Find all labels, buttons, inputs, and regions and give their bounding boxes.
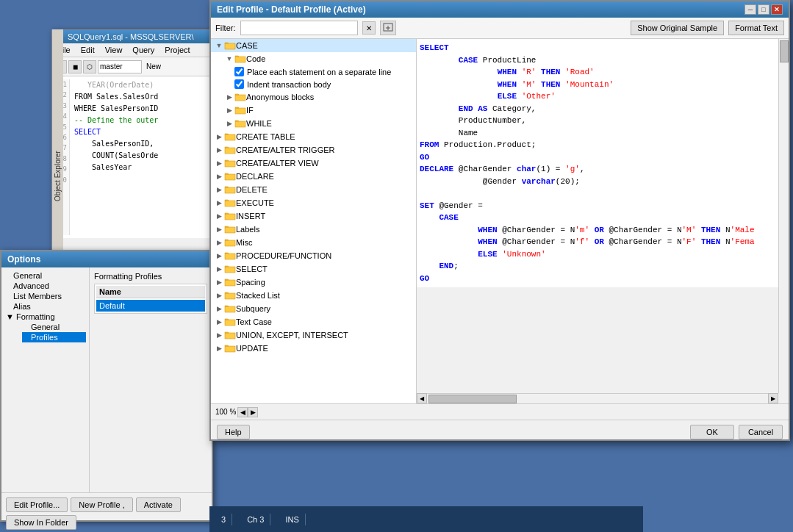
activate-button[interactable]: Activate <box>136 497 181 512</box>
maximize-button[interactable]: □ <box>758 4 769 15</box>
filter-add-button[interactable] <box>380 21 396 35</box>
options-tree-advanced[interactable]: Advanced <box>4 281 86 291</box>
tree-node-select[interactable]: ▶ SELECT <box>211 262 416 276</box>
filter-label: Filter: <box>215 24 236 32</box>
options-tree-list-members[interactable]: List Members <box>4 291 86 301</box>
tree-label-case: CASE <box>236 41 258 50</box>
folder-icon-if <box>234 106 246 115</box>
tree-node-anon-blocks[interactable]: ▶ Anonymous blocks <box>211 90 416 104</box>
edit-profile-button[interactable]: Edit Profile... <box>6 497 68 512</box>
close-button[interactable]: ✕ <box>771 4 783 15</box>
expand-icon-anon: ▶ <box>224 92 234 102</box>
zoom-increase-button[interactable]: ▶ <box>248 407 258 417</box>
tree-node-union[interactable]: ▶ UNION, EXCEPT, INTERSECT <box>211 328 416 342</box>
options-tree-formatting-general[interactable]: General <box>22 322 86 332</box>
status-col: 3 <box>215 514 232 525</box>
show-original-sample-button[interactable]: Show Original Sample <box>631 21 724 35</box>
expand-icon-misc: ▶ <box>214 237 224 248</box>
tree-label-select: SELECT <box>236 265 268 273</box>
edit-profile-title: Edit Profile - Default Profile (Active) <box>217 4 366 15</box>
options-titlebar: Options <box>1 251 212 267</box>
toolbar-right: Show Original Sample Format Text <box>631 21 784 35</box>
expand-icon-update: ▶ <box>214 343 224 353</box>
format-text-button[interactable]: Format Text <box>728 21 784 35</box>
show-in-folder-button[interactable]: Show In Folder <box>6 515 76 530</box>
checkbox-indent-transaction-input[interactable] <box>234 79 244 89</box>
ssms-title: SQLQuery1.sql - MSSQLSERVER\ <box>68 32 194 41</box>
tree-panel: ▼ CASE ▼ Code Place each statement on a … <box>211 39 417 403</box>
tree-node-create-alter-trigger[interactable]: ▶ CREATE/ALTER TRIGGER <box>211 143 416 157</box>
dialog-ok-button[interactable]: OK <box>690 425 734 439</box>
menu-project[interactable]: Project <box>162 45 192 55</box>
tree-label-declare: DECLARE <box>236 172 274 181</box>
tree-node-declare[interactable]: ▶ DECLARE <box>211 170 416 183</box>
zoom-bar: 100 % ◀ ▶ <box>211 403 789 420</box>
vertical-scrollbar[interactable] <box>778 39 789 393</box>
expand-icon-if: ▶ <box>224 105 234 115</box>
tree-node-case[interactable]: ▼ CASE <box>211 39 416 52</box>
profile-row-default[interactable]: Default <box>96 300 205 312</box>
tree-node-create-alter-view[interactable]: ▶ CREATE/ALTER VIEW <box>211 157 416 170</box>
dialog-cancel-button[interactable]: Cancel <box>739 425 783 439</box>
tree-node-execute[interactable]: ▶ EXECUTE <box>211 196 416 209</box>
status-bar: 3 Ch 3 INS <box>209 506 643 532</box>
minimize-button[interactable]: ─ <box>744 4 756 15</box>
tree-label-misc: Misc <box>236 238 253 247</box>
tree-node-update[interactable]: ▶ UPDATE <box>211 342 416 355</box>
status-ins: INS <box>279 514 305 525</box>
dialog-help-button[interactable]: Help <box>217 425 250 439</box>
scroll-right-button[interactable]: ▶ <box>768 393 778 403</box>
menu-edit[interactable]: Edit <box>79 45 97 55</box>
folder-icon-create-table <box>224 132 236 141</box>
tree-label-update: UPDATE <box>236 344 268 353</box>
toolbar-btn-3[interactable]: ⬡ <box>83 60 96 73</box>
expand-icon-procedure-function: ▶ <box>214 251 224 261</box>
tree-node-labels[interactable]: ▶ Labels <box>211 223 416 236</box>
scroll-left-button[interactable]: ◀ <box>417 393 427 403</box>
expand-icon-labels: ▶ <box>214 224 224 234</box>
horizontal-scrollbar[interactable]: ◀ ▶ <box>417 393 778 403</box>
tree-node-subquery[interactable]: ▶ Subquery <box>211 302 416 315</box>
options-tree-formatting[interactable]: ▼ Formatting <box>4 312 86 322</box>
menu-query[interactable]: Query <box>130 45 157 55</box>
checkbox-place-each[interactable]: Place each statement on a separate line <box>211 65 416 78</box>
tree-node-spacing[interactable]: ▶ Spacing <box>211 276 416 289</box>
code-panel[interactable]: SELECT CASE ProductLine WHEN 'R' THEN 'R… <box>417 39 789 287</box>
expand-icon-insert: ▶ <box>214 211 224 221</box>
options-tree-profiles[interactable]: Profiles <box>22 332 86 342</box>
expand-icon-create-table: ▶ <box>214 132 224 142</box>
new-profile-button[interactable]: New Profile , <box>71 497 132 512</box>
tree-node-code[interactable]: ▼ Code <box>211 52 416 65</box>
expand-icon-while: ▶ <box>224 118 234 129</box>
checkbox-indent-transaction[interactable]: Indent transaction body <box>211 78 416 90</box>
tree-node-insert[interactable]: ▶ INSERT <box>211 209 416 223</box>
tree-label-if: IF <box>246 106 254 115</box>
folder-icon-stacked-list <box>224 291 236 300</box>
toolbar-btn-2[interactable]: ◼ <box>68 60 82 73</box>
tree-node-text-case[interactable]: ▶ Text Case <box>211 315 416 328</box>
folder-icon-code <box>234 54 246 63</box>
tree-node-create-table[interactable]: ▶ CREATE TABLE <box>211 130 416 143</box>
expand-icon-code: ▼ <box>224 54 234 64</box>
tree-node-delete[interactable]: ▶ DELETE <box>211 183 416 196</box>
tree-node-misc[interactable]: ▶ Misc <box>211 236 416 249</box>
options-tree-general[interactable]: General <box>4 270 86 281</box>
tree-label-code: Code <box>246 54 265 63</box>
tree-node-procedure-function[interactable]: ▶ PROCEDURE/FUNCTION <box>211 249 416 262</box>
edit-profile-titlebar: Edit Profile - Default Profile (Active) … <box>211 1 789 18</box>
expand-icon-create-alter-trigger: ▶ <box>214 145 224 155</box>
filter-clear-button[interactable]: ✕ <box>362 21 376 35</box>
options-content: Formatting Profiles Name Default <box>90 267 212 492</box>
filter-input[interactable] <box>240 21 358 35</box>
tree-label-labels: Labels <box>236 225 259 234</box>
tree-node-if[interactable]: ▶ IF <box>211 104 416 117</box>
options-tree-alias[interactable]: Alias <box>4 301 86 312</box>
zoom-decrease-button[interactable]: ◀ <box>237 407 248 417</box>
expand-icon-case: ▼ <box>214 40 224 51</box>
db-selector[interactable] <box>98 60 142 73</box>
checkbox-place-each-input[interactable] <box>234 67 244 76</box>
new-label: New <box>146 62 161 71</box>
tree-node-stacked-list[interactable]: ▶ Stacked List <box>211 289 416 302</box>
menu-view[interactable]: View <box>103 45 125 55</box>
tree-node-while[interactable]: ▶ WHILE <box>211 117 416 130</box>
